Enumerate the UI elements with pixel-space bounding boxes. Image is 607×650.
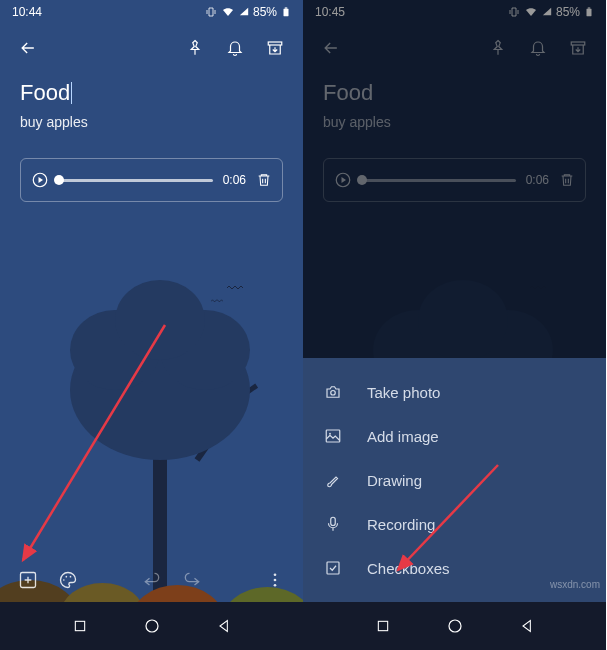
menu-drawing[interactable]: Drawing [303,458,606,502]
delete-audio-button[interactable] [256,172,272,188]
trash-icon [256,172,272,188]
signal-icon [239,6,249,18]
svg-point-13 [274,579,277,582]
home-button[interactable] [446,617,464,635]
camera-icon [323,383,343,401]
svg-rect-6 [268,42,282,45]
svg-rect-4 [284,9,289,17]
note-title-input[interactable]: Food [20,80,70,106]
status-time: 10:44 [12,5,42,19]
svg-line-15 [23,325,165,560]
battery-icon [281,5,291,19]
menu-label: Recording [367,516,435,533]
editor-bottom-bar [0,558,303,602]
menu-recording[interactable]: Recording [303,502,606,546]
svg-point-10 [66,576,68,578]
menu-label: Take photo [367,384,440,401]
undo-button[interactable] [132,570,172,590]
pin-icon [186,39,204,57]
back-nav-button[interactable] [519,618,535,634]
audio-player: 0:06 [20,158,283,202]
audio-duration: 0:06 [223,173,246,187]
more-vert-icon [266,571,284,589]
bell-icon [226,39,244,57]
note-content[interactable]: Food buy apples [0,72,303,138]
checkbox-icon [323,559,343,577]
svg-rect-16 [75,621,84,630]
svg-point-11 [70,576,72,578]
annotation-arrow-left [0,310,195,580]
brush-icon [323,471,343,489]
svg-rect-30 [327,562,339,574]
menu-label: Checkboxes [367,560,450,577]
menu-label: Drawing [367,472,422,489]
battery-percent: 85% [253,5,277,19]
svg-point-3 [115,280,205,360]
svg-point-9 [63,579,65,581]
menu-take-photo[interactable]: Take photo [303,370,606,414]
home-button[interactable] [143,617,161,635]
svg-point-2 [160,310,250,390]
play-icon [31,171,49,189]
add-menu-sheet: Take photo Add image Drawing Recording C… [303,358,606,602]
undo-icon [142,570,162,590]
image-icon [323,427,343,445]
svg-point-0 [70,320,250,460]
reminder-button[interactable] [215,39,255,57]
vibrate-icon [205,6,217,18]
phone-screen-left: 〰 〰 10:44 85% Food buy apples [0,0,303,650]
redo-icon [182,570,202,590]
android-nav-bar [303,602,606,650]
note-toolbar [0,24,303,72]
arrow-back-icon [18,38,38,58]
svg-point-17 [146,620,158,632]
menu-add-image[interactable]: Add image [303,414,606,458]
svg-point-14 [274,584,277,587]
svg-point-1 [70,310,160,390]
svg-point-28 [329,433,331,435]
svg-rect-32 [378,621,387,630]
archive-icon [266,39,284,57]
overview-button[interactable] [375,618,391,634]
overview-button[interactable] [72,618,88,634]
svg-point-12 [274,573,277,576]
menu-label: Add image [367,428,439,445]
status-bar: 10:44 85% [0,0,303,24]
svg-rect-29 [331,517,336,525]
pin-button[interactable] [175,39,215,57]
svg-rect-5 [285,7,288,8]
phone-screen-right: 〰 10:45 85% Food buy apples 0:06 Take ph… [303,0,606,650]
android-nav-bar [0,602,303,650]
overflow-button[interactable] [255,571,295,589]
svg-rect-27 [326,430,340,442]
palette-icon [58,570,78,590]
theme-button[interactable] [48,570,88,590]
archive-button[interactable] [255,39,295,57]
add-button[interactable] [8,570,48,590]
mic-icon [323,515,343,533]
svg-point-33 [449,620,461,632]
play-button[interactable] [31,171,49,189]
status-icons: 85% [205,5,291,19]
note-body-input[interactable]: buy apples [20,114,283,130]
wifi-icon [221,6,235,18]
plus-box-icon [18,570,38,590]
back-nav-button[interactable] [216,618,232,634]
watermark: wsxdn.com [550,579,600,590]
redo-button[interactable] [172,570,212,590]
back-button[interactable] [8,38,48,58]
svg-point-26 [331,391,336,396]
audio-track[interactable] [59,179,213,182]
